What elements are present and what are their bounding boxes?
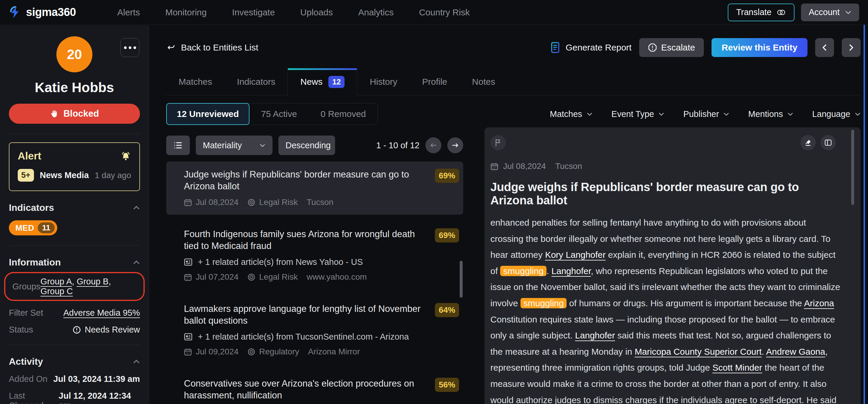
related-articles-row[interactable]: + 1 related article(s) from TucsonSentin… [184, 332, 459, 342]
group-link-a[interactable]: Group A [40, 277, 72, 286]
alert-category: News Media [40, 170, 89, 180]
window-scrollbar-accent[interactable] [864, 25, 865, 404]
nav-item-investigate[interactable]: Investigate [232, 7, 275, 18]
entity-link[interactable]: Kory Langhofer [545, 250, 606, 259]
calendar-icon [184, 348, 192, 356]
news-item-date: Jul 09,2024 [196, 347, 239, 356]
account-button[interactable]: Account [801, 4, 859, 21]
entity-link[interactable]: Arizona [804, 298, 834, 308]
reader-view-button[interactable] [820, 135, 836, 150]
filter-set-link[interactable]: Adverse Media 95% [63, 308, 140, 318]
flag-article-button[interactable] [490, 135, 506, 150]
news-item[interactable]: Judge weighs if Republicans' border meas… [166, 161, 463, 215]
news-content: Materiality Descending 1 - 10 of 12 [166, 127, 861, 404]
tab-notes[interactable]: Notes [460, 68, 507, 95]
chip-unreviewed[interactable]: 12 Unreviewed [166, 103, 249, 125]
next-entity-button[interactable] [842, 38, 861, 57]
materiality-score-badge: 69% [435, 168, 459, 183]
highlight-toggle-button[interactable] [800, 135, 816, 150]
alert-card[interactable]: Alert 5+ News Media 1 day ago [9, 142, 140, 191]
news-item-title[interactable]: Fourth Indigenous family sues Arizona fo… [184, 228, 426, 252]
activity-section-header[interactable]: Activity [9, 356, 140, 367]
information-heading: Information [9, 257, 61, 268]
related-articles-row[interactable]: + 1 related article(s) from News Yahoo -… [184, 257, 459, 267]
event-type-icon [247, 198, 255, 207]
blocked-label: Blocked [63, 108, 99, 119]
brand-logo[interactable]: sigma360 [9, 6, 76, 19]
news-item[interactable]: Lawmakers approve language for lengthy l… [166, 296, 463, 364]
translate-label: Translate [736, 7, 771, 17]
news-item-title[interactable]: Judge weighs if Republicans' border meas… [184, 168, 426, 192]
account-label: Account [809, 7, 840, 17]
entity-link[interactable]: Scott Minder [712, 363, 762, 372]
sort-field-select[interactable]: Materiality [196, 135, 273, 155]
indicators-section-header[interactable]: Indicators [9, 202, 140, 213]
matches-filter-dropdown[interactable]: Matches [550, 109, 593, 119]
back-to-entities-link[interactable]: Back to Entities List [166, 42, 258, 53]
blocked-status-button[interactable]: Blocked [9, 104, 140, 124]
nav-item-analytics[interactable]: Analytics [358, 7, 394, 18]
chevron-down-icon [855, 112, 861, 116]
translate-button[interactable]: Translate [728, 4, 795, 21]
news-item-title[interactable]: Conservatives sue over Arizona's electio… [184, 378, 426, 401]
chevron-down-icon [723, 112, 729, 116]
status-value: Needs Review [85, 325, 140, 335]
chevron-down-icon [845, 10, 851, 14]
indicator-med-pill[interactable]: MED 11 [9, 220, 57, 236]
page-previous-button[interactable] [426, 137, 441, 153]
chevron-down-icon [259, 144, 266, 147]
group-link-c[interactable]: Group C [40, 286, 73, 296]
groups-row-annotation: Groups Group A, Group B, Group C [4, 272, 145, 301]
entity-link[interactable]: Maricopa County Superior Court [635, 347, 762, 356]
sort-direction-select[interactable]: Descending [278, 135, 335, 155]
escalate-button[interactable]: Escalate [639, 38, 704, 57]
tab-indicators[interactable]: Indicators [224, 68, 287, 95]
list-controls: Materiality Descending 1 - 10 of 12 [166, 135, 463, 155]
entity-summary: 20 Katie Hobbs Blocked [9, 36, 140, 124]
newspaper-icon [184, 258, 192, 266]
back-label: Back to Entities List [181, 42, 258, 53]
news-item-title[interactable]: Lawmakers approve language for lengthy l… [184, 303, 426, 327]
nav-item-country-risk[interactable]: Country Risk [419, 7, 470, 18]
nav-item-alerts[interactable]: Alerts [117, 7, 140, 18]
group-link-b[interactable]: Group B [77, 277, 108, 286]
generate-report-button[interactable]: Generate Report [551, 42, 631, 53]
tab-matches[interactable]: Matches [166, 68, 224, 95]
detail-header: Back to Entities List Generate Report [166, 38, 861, 57]
information-section-header[interactable]: Information [9, 257, 140, 268]
highlighted-term: smuggling [500, 266, 547, 276]
flag-icon [495, 138, 502, 147]
related-articles-label: + 1 related article(s) from News Yahoo -… [198, 257, 363, 267]
entity-link[interactable]: Langhofer [575, 331, 615, 340]
chip-removed[interactable]: 0 Removed [309, 103, 378, 125]
activity-value: Jul 12, 2024 12:34 am [59, 391, 140, 404]
list-view-button[interactable] [166, 135, 190, 155]
page-next-button[interactable] [447, 137, 463, 153]
nav-item-uploads[interactable]: Uploads [300, 7, 333, 18]
entity-link[interactable]: Langhofer [552, 266, 591, 276]
tab-history[interactable]: History [357, 68, 409, 95]
tab-profile[interactable]: Profile [410, 68, 460, 95]
chip-active[interactable]: 75 Active [249, 103, 309, 125]
highlighter-icon [804, 139, 812, 147]
review-entity-button[interactable]: Review this Entity [712, 38, 807, 57]
groups-row: Groups Group A, Group B, Group C [12, 277, 136, 296]
language-filter-dropdown[interactable]: Language [812, 109, 861, 119]
event-type-filter-dropdown[interactable]: Event Type [612, 109, 664, 119]
publisher-filter-dropdown[interactable]: Publisher [683, 109, 729, 119]
activity-heading: Activity [9, 356, 43, 367]
mentions-filter-dropdown[interactable]: Mentions [748, 109, 793, 119]
tab-news[interactable]: News 12 [287, 68, 357, 95]
news-list-scrollbar[interactable] [460, 261, 463, 298]
previous-entity-button[interactable] [815, 38, 834, 57]
news-item[interactable]: Fourth Indigenous family sues Arizona fo… [166, 221, 463, 289]
news-item[interactable]: Conservatives sue over Arizona's electio… [166, 371, 463, 404]
nav-item-monitoring[interactable]: Monitoring [165, 7, 207, 18]
divider [9, 345, 140, 345]
entity-link[interactable]: Andrew Gaona [766, 347, 825, 356]
newspaper-icon [184, 333, 192, 341]
more-options-button[interactable] [120, 38, 140, 57]
materiality-score-badge: 69% [435, 228, 459, 243]
article-scrollbar[interactable] [851, 130, 854, 205]
chevron-up-icon [133, 360, 140, 364]
